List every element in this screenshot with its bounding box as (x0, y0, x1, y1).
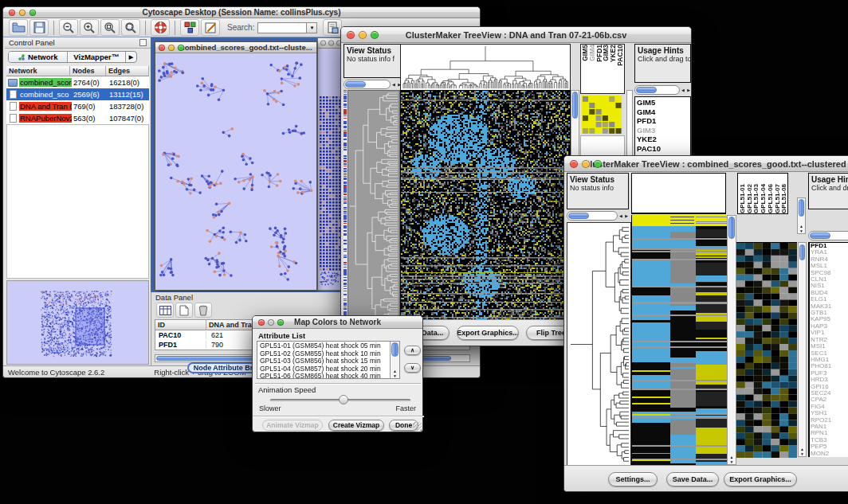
scroll-arrows-icon[interactable]: ◀ ▶ (619, 213, 629, 218)
save-icon[interactable] (29, 19, 49, 36)
attribute-item[interactable]: GPL51-06 (GSM865) heat shock 40 min (260, 373, 398, 379)
tv1-gene-dendrogram[interactable] (347, 90, 400, 322)
network-row[interactable]: combined_scores2764(0)16218(0) (6, 76, 149, 88)
zoom-selected-icon[interactable] (100, 19, 120, 36)
tv1-left-hscrollbar[interactable]: ◀ ▶ (344, 79, 402, 89)
network-row[interactable]: combined_sco2569(6)13112(15) (6, 88, 149, 100)
zoom-in-icon[interactable] (80, 19, 99, 36)
tv1-zoom-slider[interactable]: ◀ ▶ (634, 84, 691, 95)
resize-grip[interactable] (413, 422, 422, 431)
scroll-arrows-icon[interactable]: ▲▼ (798, 224, 805, 233)
table-icon[interactable] (156, 303, 174, 318)
tv1-global-heatmap[interactable] (400, 90, 571, 322)
attribute-browser-icon[interactable] (323, 19, 342, 36)
tab-network[interactable]: Network (9, 52, 68, 62)
tv2-titlebar[interactable]: ClusterMaker TreeView : combined_scores_… (564, 156, 848, 172)
tv2-array-dendrogram-area[interactable] (631, 173, 726, 214)
gene-label[interactable]: GIM5 (637, 98, 689, 107)
birdseye-canvas[interactable] (7, 281, 148, 364)
annotation-icon[interactable] (201, 19, 220, 36)
tv1-array-dendrogram[interactable] (400, 44, 571, 91)
tv2-label-vscrollbar[interactable]: ▲▼ (797, 197, 806, 234)
scrollbar-thumb[interactable] (568, 213, 589, 219)
zoom-fit-icon[interactable] (121, 19, 140, 36)
tab-vizmapper[interactable]: VizMapper™ (68, 52, 127, 62)
list-vscrollbar[interactable]: ▲▼ (390, 342, 399, 378)
close-icon[interactable] (570, 160, 578, 168)
gene-label[interactable]: PFD1 (637, 116, 689, 126)
network-row[interactable]: RNAPuberNov2+563(0)107847(0) (6, 112, 149, 124)
column-header-id[interactable]: ID (155, 320, 206, 330)
gene-label[interactable]: PAC10 (637, 144, 689, 154)
main-titlebar[interactable]: Cytoscape Desktop (Session Name: collins… (3, 7, 480, 18)
vizmapper-icon[interactable] (180, 19, 199, 36)
slider-thumb[interactable] (810, 232, 830, 239)
scrollbar-thumb[interactable] (572, 92, 578, 119)
column-header-network[interactable]: Network (6, 66, 70, 76)
gene-label[interactable]: MON2 (811, 451, 848, 457)
maximize-icon[interactable] (371, 31, 379, 39)
scrollbar-thumb[interactable] (345, 81, 366, 88)
save-data-button[interactable]: Save Data... (666, 472, 719, 486)
birdseye-view[interactable] (6, 280, 149, 365)
tv2-zoom-heatmap[interactable] (736, 242, 797, 458)
tv2-global-heatmap[interactable] (631, 215, 728, 465)
tv1-titlebar[interactable]: ClusterMaker TreeView : DNA and Tran 07-… (341, 27, 691, 43)
maximize-icon[interactable] (594, 160, 602, 168)
tv2-left-hscrollbar[interactable]: ◀ ▶ (567, 210, 629, 221)
close-icon[interactable] (320, 41, 326, 46)
float-panel-icon[interactable] (139, 39, 147, 46)
zoom-out-icon[interactable] (59, 19, 78, 36)
new-page-icon[interactable] (175, 303, 193, 318)
slider-thumb[interactable] (339, 395, 348, 404)
tv2-zoom-vscrollbar[interactable]: ▲▼ (798, 242, 807, 457)
network-row[interactable]: DNA and Tran 07769(0)183728(0) (6, 100, 149, 112)
settings-button[interactable]: Settings... (608, 472, 658, 486)
create-vizmap-button[interactable]: Create Vizmap (328, 420, 384, 431)
tv2-vscrollbar[interactable]: ▲▼ (727, 215, 736, 465)
help-ring-icon[interactable] (151, 19, 170, 36)
column-header-nodes[interactable]: Nodes (70, 66, 106, 76)
tabs-overflow-arrow[interactable]: ▶ (126, 52, 136, 62)
open-folder-icon[interactable] (9, 19, 28, 36)
maximize-icon[interactable] (178, 45, 184, 51)
tv2-gene-dendrogram[interactable] (567, 222, 631, 467)
slider-thumb[interactable] (636, 87, 657, 93)
close-icon[interactable] (258, 319, 265, 326)
minimize-icon[interactable] (582, 160, 590, 168)
scroll-arrows-icon[interactable]: ▲▼ (799, 447, 806, 456)
search-input[interactable] (257, 22, 307, 33)
attribute-listbox[interactable]: GPL51-01 (GSM854) heat shock 05 minGPL51… (257, 341, 400, 379)
network-view-canvas[interactable] (155, 53, 316, 290)
search-dropdown-icon[interactable]: ▼ (307, 22, 317, 33)
export-graphics-button[interactable]: Export Graphics... (457, 326, 519, 340)
maximize-icon[interactable] (29, 10, 36, 16)
minimize-icon[interactable] (168, 45, 175, 51)
move-up-button[interactable]: ∧ (404, 346, 421, 355)
gene-label[interactable]: YKE2 (637, 135, 689, 144)
close-icon[interactable] (347, 31, 355, 39)
minimize-icon[interactable] (19, 10, 26, 16)
scroll-arrows-icon[interactable]: ◀ ▶ (681, 88, 691, 92)
minimize-icon[interactable] (359, 31, 367, 39)
maximize-icon[interactable] (277, 319, 284, 326)
move-down-button[interactable]: ∨ (404, 363, 421, 373)
scroll-arrows-icon[interactable]: ▲▼ (391, 369, 399, 378)
scrollbar-thumb[interactable] (728, 217, 735, 239)
tv2-zoom-slider[interactable] (808, 230, 848, 240)
column-header-edges[interactable]: Edges (106, 66, 149, 76)
gene-label[interactable]: GIM3 (637, 126, 689, 135)
scrollbar-thumb[interactable] (391, 342, 398, 357)
scroll-arrows-icon[interactable]: ▲▼ (728, 455, 736, 464)
trash-icon[interactable] (194, 303, 212, 318)
close-icon[interactable] (159, 45, 165, 51)
animation-speed-slider[interactable] (270, 399, 410, 401)
close-icon[interactable] (9, 10, 15, 16)
dialog-titlebar[interactable]: Map Colors to Network (253, 316, 422, 329)
tv1-zoom-heatmap[interactable] (582, 96, 622, 134)
scrollbar-thumb[interactable] (799, 244, 805, 260)
minimize-icon[interactable] (328, 41, 334, 46)
export-graphics-button[interactable]: Export Graphics... (724, 472, 797, 486)
scrollbar-thumb[interactable] (799, 199, 804, 217)
gene-label[interactable]: GIM4 (637, 107, 689, 117)
